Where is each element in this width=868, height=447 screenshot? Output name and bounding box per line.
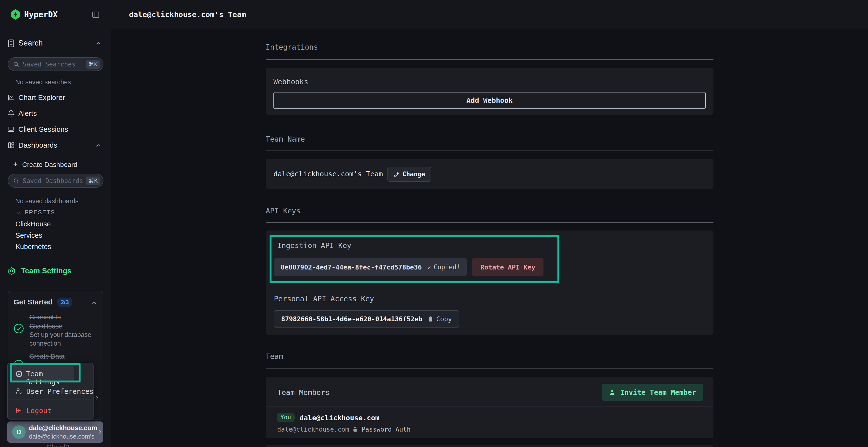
personal-api-key-label: Personal API Access Key [274,295,374,303]
menu-item-user-preferences[interactable]: User Preferences [8,384,94,398]
chevron-up-icon[interactable] [91,300,97,306]
logout-icon [15,407,23,414]
member-name: dale@clickhouse.com [300,414,379,422]
plus-icon: + [13,160,18,169]
copy-button[interactable]: Copy [428,315,452,323]
gear-icon [16,370,23,377]
bell-icon [7,110,15,117]
sidebar-item-label: Alerts [18,109,37,117]
menu-item-label: User Preferences [26,387,94,396]
laptop-icon [7,126,15,133]
team-members-label: Team Members [277,388,330,397]
presets-toggle[interactable]: PRESETS [0,209,111,217]
avatar: D [12,425,26,439]
clipped-bottom-text: Cloud? [46,443,69,447]
chevron-up-icon [95,40,101,47]
user-gear-icon [16,387,23,395]
preset-item-services[interactable]: Services [16,232,42,239]
saved-searches-input[interactable]: Saved Searches ⌘K [8,57,103,71]
menu-item-label: Logout [26,407,52,415]
team-name-value: dale@clickhouse.com's Team [273,159,383,189]
shortcut-badge: ⌘K [86,176,100,185]
copy-label: Copy [436,315,452,323]
sidebar-item-alerts[interactable]: Alerts [0,108,111,119]
menu-item-label: Team Settings [26,370,74,386]
search-icon [13,178,19,184]
team-settings-content: Integrations Webhooks Add Webhook Team N… [266,28,713,447]
gear-icon [7,267,16,275]
chevron-up-icon [95,143,101,149]
menu-item-logout[interactable]: Logout [8,404,94,417]
get-started-step-subtitle: Set up your database connection [29,331,92,348]
create-dashboard-button[interactable]: + Create Dashboard [0,160,111,170]
user-account-button[interactable]: D dale@clickhouse.com dale@clickhouse.co… [7,421,103,443]
preset-item-clickhouse[interactable]: ClickHouse [16,220,51,228]
sidebar-item-team-settings[interactable]: Team Settings [0,266,111,276]
sidebar-item-client-sessions[interactable]: Client Sessions [0,124,111,135]
preset-item-kubernetes[interactable]: Kubernetes [16,243,51,251]
collapse-sidebar-icon[interactable] [92,10,100,19]
webhooks-label: Webhooks [273,77,308,86]
copied-label: Copied! [434,264,460,271]
team-members-card: Team Members Invite Team Member You dale… [266,377,713,438]
shortcut-badge: ⌘K [86,60,100,69]
personal-api-key-chip[interactable]: 87982668-58b1-4d6e-a620-014a136f52eb Cop… [274,310,459,328]
ingestion-api-key-chip[interactable]: 8e887902-4ed7-44ea-8fec-f47cd578be36 ✓ C… [274,258,467,276]
you-badge: You [277,413,294,422]
rotate-api-key-button[interactable]: Rotate API Key [472,258,544,276]
team-settings-label: Team Settings [21,267,72,275]
sidebar-item-label: Chart Explorer [18,94,65,102]
user-name: dale@clickhouse.com [29,424,97,432]
personal-api-key-value: 87982668-58b1-4d6e-a620-014a136f52eb [281,315,422,323]
no-saved-dashboards-text: No saved dashboards [15,198,79,205]
chevron-right-icon [96,428,103,436]
webhooks-card: Webhooks Add Webhook [266,68,713,115]
get-started-step-title: Connect to ClickHouse [29,313,90,331]
section-divider [266,222,713,223]
page-header: dale@clickhouse.com's Team [111,0,868,28]
next-card-clipped [266,445,713,447]
lock-icon [352,426,358,432]
get-started-title: Get Started [13,298,53,306]
section-divider [266,59,713,60]
saved-dashboards-input[interactable]: Saved Dashboards ⌘K [8,174,103,187]
sidebar-section-search[interactable]: Search [0,36,111,51]
sidebar-item-chart-explorer[interactable]: Chart Explorer [0,93,111,103]
presets-label: PRESETS [25,209,55,216]
check-icon: ✓ [428,264,431,271]
section-divider [266,150,713,151]
get-started-progress-badge: 2/3 [57,298,72,307]
ingestion-api-key-value: 8e887902-4ed7-44ea-8fec-f47cd578be36 [281,264,422,271]
section-title-api-keys: API Keys [266,207,301,215]
section-divider [266,369,713,369]
saved-searches-placeholder: Saved Searches [23,61,86,68]
pencil-icon [394,171,400,177]
sidebar-item-dashboards[interactable]: Dashboards [0,140,111,151]
user-plus-icon [609,389,617,396]
search-results-icon [7,39,15,48]
chevron-down-icon [16,210,21,215]
section-title-team-name: Team Name [266,135,305,143]
change-team-name-button[interactable]: Change [388,167,431,182]
menu-item-team-settings[interactable]: Team Settings [12,366,74,381]
app-logo-text: HyperDX [24,10,58,19]
saved-dashboards-placeholder: Saved Dashboards [23,177,86,184]
search-icon [13,61,19,67]
member-auth-method: Password Auth [362,426,411,433]
section-title-team: Team [266,352,283,360]
member-email: dale@clickhouse.com [277,426,349,433]
team-name-card: dale@clickhouse.com's Team Change [266,159,713,189]
ingestion-api-key-label: Ingestion API Key [277,241,351,250]
ingestion-key-row: 8e887902-4ed7-44ea-8fec-f47cd578be36 ✓ C… [274,258,544,276]
invite-button-label: Invite Team Member [620,388,696,397]
app-logo[interactable]: HyperDX [10,9,58,20]
check-circle-icon [13,323,24,334]
user-subtitle: dale@clickhouse.com's [29,433,94,440]
sidebar-search-label: Search [18,38,43,47]
add-webhook-button[interactable]: Add Webhook [273,92,706,109]
section-title-integrations: Integrations [266,43,318,51]
change-button-label: Change [402,171,425,178]
chart-icon [7,94,15,101]
copied-indicator: ✓ Copied! [428,264,460,271]
invite-team-member-button[interactable]: Invite Team Member [602,384,703,401]
